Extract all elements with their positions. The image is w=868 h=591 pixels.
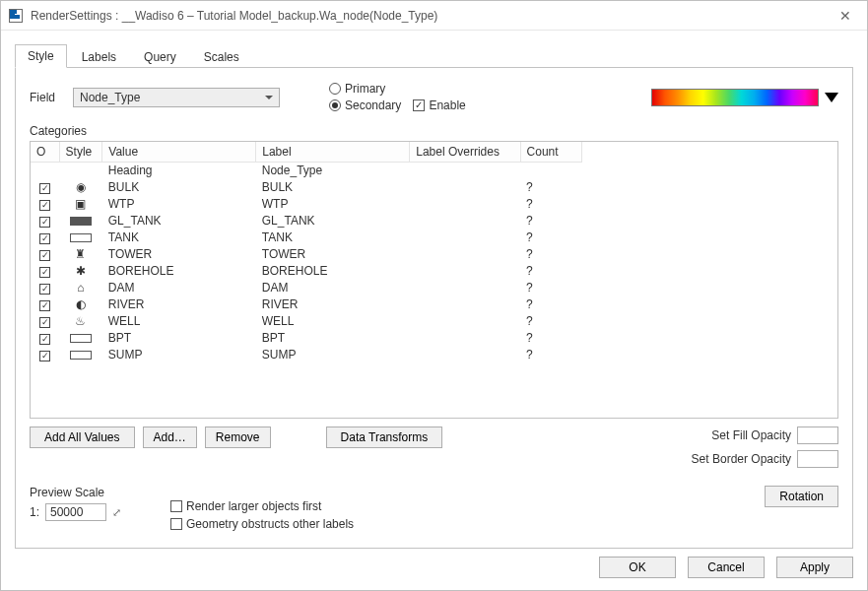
row-visibility-checkbox[interactable] [39, 334, 50, 345]
cancel-button[interactable]: Cancel [688, 557, 765, 578]
wtp-style-icon: ▣ [75, 197, 86, 211]
col-style[interactable]: Style [59, 142, 102, 163]
table-row[interactable]: ♜TOWERTOWER? [31, 246, 582, 263]
apply-button[interactable]: Apply [776, 557, 853, 578]
app-icon [9, 9, 23, 23]
field-select[interactable]: Node_Type [73, 88, 280, 107]
chevron-down-icon[interactable] [825, 93, 838, 102]
color-spectrum-picker[interactable] [651, 89, 819, 106]
col-label-overrides[interactable]: Label Overrides [410, 142, 520, 163]
row-label: GL_TANK [262, 214, 315, 228]
table-row[interactable]: BPTBPT? [31, 330, 582, 347]
row-value: GL_TANK [108, 214, 162, 228]
river-style-icon: ◐ [76, 297, 86, 311]
row-label: TOWER [262, 247, 305, 261]
geometry-obstructs-label: Geometry obstructs other labels [186, 517, 354, 531]
tab-labels[interactable]: Labels [69, 45, 129, 68]
table-row[interactable]: ◐RIVERRIVER? [31, 296, 582, 313]
tower-style-icon: ♜ [75, 247, 86, 261]
table-row[interactable]: ◉BULKBULK? [31, 179, 582, 196]
row-value: TANK [108, 230, 139, 244]
row-visibility-checkbox[interactable] [39, 300, 50, 311]
tab-style[interactable]: Style [15, 44, 67, 68]
row-count: ? [526, 230, 533, 244]
table-row[interactable]: ♨WELLWELL? [31, 313, 582, 330]
tab-scales[interactable]: Scales [191, 45, 252, 68]
field-label: Field [30, 91, 59, 104]
grid-header-row: O Style Value Label Label Overrides Coun… [31, 142, 582, 163]
categories-grid[interactable]: O Style Value Label Label Overrides Coun… [30, 141, 838, 419]
row-count: ? [526, 264, 533, 278]
table-row[interactable]: ✱BOREHOLEBOREHOLE? [31, 263, 582, 280]
row-label: WELL [262, 314, 295, 328]
geometry-obstructs-checkbox[interactable] [170, 518, 182, 530]
primary-radio[interactable] [329, 83, 341, 95]
row-count: ? [526, 180, 533, 194]
add-all-values-button[interactable]: Add All Values [30, 427, 135, 448]
data-transforms-button[interactable]: Data Transforms [326, 427, 443, 448]
window-title: RenderSettings : __Wadiso 6 – Tutorial M… [31, 9, 832, 23]
title-bar: RenderSettings : __Wadiso 6 – Tutorial M… [1, 1, 867, 31]
preview-scale-input[interactable]: 50000 [45, 503, 106, 521]
rect-style-icon [70, 334, 92, 343]
heading-value: Heading [108, 164, 153, 177]
row-label: SUMP [262, 348, 297, 361]
row-visibility-checkbox[interactable] [39, 233, 50, 244]
table-row[interactable]: ▣WTPWTP? [31, 196, 582, 213]
dam-style-icon: ⌂ [77, 281, 84, 295]
row-visibility-checkbox[interactable] [39, 183, 50, 194]
row-label: DAM [262, 281, 289, 295]
preview-scale-label: Preview Scale [30, 486, 121, 499]
row-visibility-checkbox[interactable] [39, 351, 50, 361]
row-label: BOREHOLE [262, 264, 328, 278]
enable-checkbox[interactable] [413, 99, 425, 111]
tab-label: Labels [82, 50, 116, 64]
row-label: TANK [262, 230, 293, 244]
row-visibility-checkbox[interactable] [39, 200, 50, 211]
fill-opacity-label: Set Fill Opacity [711, 428, 791, 442]
row-count: ? [526, 214, 533, 228]
row-label: BULK [262, 180, 293, 194]
row-label: BPT [262, 331, 285, 345]
render-larger-first-checkbox[interactable] [170, 500, 182, 512]
border-opacity-input[interactable] [797, 450, 838, 468]
col-label[interactable]: Label [256, 142, 410, 163]
rotation-button[interactable]: Rotation [765, 486, 838, 507]
render-settings-window: RenderSettings : __Wadiso 6 – Tutorial M… [0, 0, 868, 591]
add-button[interactable]: Add… [143, 427, 197, 448]
table-row[interactable]: ⌂DAMDAM? [31, 280, 582, 296]
tab-bar: Style Labels Query Scales [15, 44, 853, 68]
row-count: ? [526, 197, 533, 211]
rect-style-icon [70, 233, 92, 242]
secondary-radio[interactable] [329, 99, 341, 111]
tab-label: Scales [204, 50, 239, 64]
primary-radio-label: Primary [345, 82, 385, 96]
row-count: ? [526, 247, 533, 261]
dialog-footer: OK Cancel Apply [1, 549, 867, 590]
close-icon[interactable]: ✕ [832, 4, 859, 28]
row-count: ? [526, 297, 533, 311]
col-value[interactable]: Value [102, 142, 256, 163]
tab-label: Style [28, 49, 54, 63]
fill-opacity-input[interactable] [797, 427, 838, 444]
col-count[interactable]: Count [520, 142, 581, 163]
row-visibility-checkbox[interactable] [39, 267, 50, 278]
row-value: TOWER [108, 247, 152, 261]
render-larger-first-label: Render larger objects first [186, 499, 321, 513]
row-visibility-checkbox[interactable] [39, 284, 50, 295]
tab-query[interactable]: Query [131, 45, 189, 68]
row-label: WTP [262, 197, 289, 211]
table-row[interactable]: SUMPSUMP? [31, 347, 582, 363]
remove-button[interactable]: Remove [205, 427, 271, 448]
table-row[interactable]: TANKTANK? [31, 230, 582, 246]
col-o[interactable]: O [31, 142, 59, 163]
grid-heading-row[interactable]: Heading Node_Type [31, 163, 582, 179]
ok-button[interactable]: OK [599, 557, 676, 578]
row-visibility-checkbox[interactable] [39, 250, 50, 261]
row-visibility-checkbox[interactable] [39, 317, 50, 328]
row-label: RIVER [262, 297, 299, 311]
row-visibility-checkbox[interactable] [39, 217, 50, 228]
table-row[interactable]: GL_TANKGL_TANK? [31, 213, 582, 230]
expand-icon[interactable]: ⤢ [112, 506, 121, 519]
categories-label: Categories [30, 124, 838, 138]
